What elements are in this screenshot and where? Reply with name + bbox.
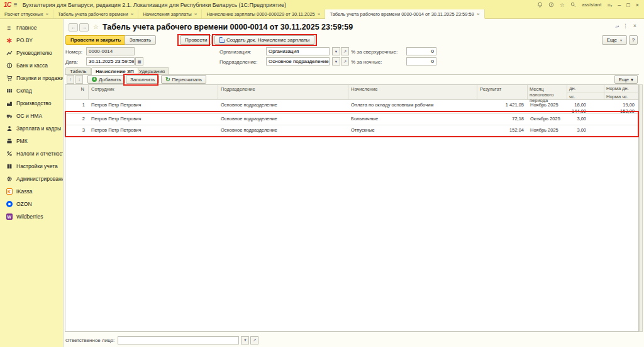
tab-tabel-list[interactable]: Табель учета рабочего времени × [53, 9, 138, 18]
bank-icon [6, 62, 13, 69]
search-icon[interactable] [570, 2, 576, 8]
notifications-bell-icon[interactable] [537, 2, 543, 8]
help-button[interactable]: ? [629, 35, 638, 45]
more-actions-icon[interactable]: ⋮ [623, 23, 628, 29]
table-more-button[interactable]: Еще▾ [614, 75, 638, 84]
date-field[interactable]: 30.11.2025 23:59:59 [86, 57, 135, 65]
restore-button[interactable]: □ [626, 2, 630, 8]
close-tab-icon[interactable]: × [194, 11, 197, 17]
forward-button[interactable]: → [79, 23, 89, 31]
favorites-star-icon[interactable]: ☆ [560, 2, 565, 8]
calendar-icon[interactable]: ▦ [135, 57, 143, 65]
col-hours[interactable]: чс. [567, 93, 604, 100]
close-tab-icon[interactable]: × [45, 11, 48, 17]
move-row-up-button[interactable]: ↑ [67, 75, 74, 84]
col-days[interactable]: дн. [567, 85, 604, 93]
tab-tabel-doc-active[interactable]: Табель учета рабочего времени 0000-0014 … [325, 9, 484, 19]
sidebar-item-pokupki-prodazhi[interactable]: Покупки и продажи [0, 72, 63, 84]
gear-icon [6, 176, 13, 183]
col-n[interactable]: N [65, 85, 89, 100]
sidebar-item-poby[interactable]: ∗ PO.BY [0, 34, 63, 47]
more-button[interactable]: Еще▾ [602, 35, 627, 45]
responsible-field[interactable] [118, 336, 239, 344]
col-department[interactable]: Подразделение [218, 85, 348, 100]
sidebar-item-rukovoditelyu[interactable]: Руководителю [0, 47, 63, 59]
sidebar-item-nalogi[interactable]: Налоги и отчетность [0, 147, 63, 160]
move-row-down-button[interactable]: ↓ [75, 75, 83, 84]
ikassa-logo: K [6, 188, 13, 195]
sidebar-item-os-nma[interactable]: ОС и НМА [0, 110, 63, 122]
col-result[interactable]: Результат [477, 85, 528, 100]
sidebar-item-nastroiki-ucheta[interactable]: Настройки учета [0, 160, 63, 173]
accruals-table: N Сотрудник Подразделение Начисление Рез… [65, 84, 639, 332]
number-field[interactable]: 0000-0014 [86, 47, 135, 55]
form-tab-tabel[interactable]: Табель [65, 67, 91, 74]
table-scrollbar[interactable] [639, 84, 643, 332]
tab-label: Начисление зарплаты 0000-000029 от 30.11… [206, 11, 314, 17]
post-and-close-button[interactable]: Провести и закрыть [65, 35, 126, 45]
current-user-label[interactable]: assistant [582, 2, 602, 8]
close-document-icon[interactable]: × [633, 23, 636, 29]
col-month[interactable]: Месяц налогового периода [528, 85, 567, 100]
close-tab-icon[interactable]: × [477, 11, 480, 17]
organization-field[interactable]: Организация [266, 47, 330, 55]
night-field[interactable]: 0 [406, 57, 436, 65]
col-norm[interactable]: Норма дн. Норма чс. [604, 85, 640, 100]
plus-icon: + [92, 77, 97, 82]
sidebar-item-bank-kassa[interactable]: Банк и касса [0, 59, 63, 72]
form-tab-uderzhaniya[interactable]: Удержания [135, 67, 169, 74]
tab-nachisleniya-list[interactable]: Начисления зарплаты × [138, 9, 202, 18]
chevron-down-icon: ▾ [620, 38, 622, 42]
sidebar-item-proizvodstvo[interactable]: Производство [0, 97, 63, 110]
overtime-field[interactable]: 0 [406, 47, 436, 55]
favorite-star-icon[interactable]: ☆ [93, 23, 99, 30]
sidebar-item-glavnoe[interactable]: ≡ Главное [0, 21, 63, 34]
col-norm-hours[interactable]: Норма чс. [604, 93, 640, 100]
service-menu-icon[interactable]: ≡▾ [608, 2, 613, 8]
back-button[interactable]: ← [69, 23, 78, 31]
sidebar-item-administrirovanie[interactable]: Администрирование [0, 173, 63, 185]
sidebar-item-wildberries[interactable]: W Wildberries [0, 210, 63, 223]
col-accrual[interactable]: Начисление [348, 85, 477, 100]
organization-open-icon[interactable]: ↗ [341, 47, 349, 55]
main-menu-icon[interactable]: ≡ [14, 1, 18, 8]
department-field[interactable]: Основное подразделение [266, 57, 330, 65]
cart-icon [6, 75, 13, 82]
sidebar-item-zarplata-kadry[interactable]: Зарплата и кадры [0, 122, 63, 135]
cell-accrual: Отпускные [348, 127, 477, 133]
close-tab-icon[interactable]: × [131, 11, 134, 17]
sidebar-item-ozon[interactable]: OZON [0, 198, 63, 210]
sidebar-item-rmk[interactable]: РМК [0, 135, 63, 147]
form-tab-nachislenie-zp[interactable]: Начисление ЗП [91, 67, 138, 75]
cell-employee: Петров Петр Петрович [89, 127, 218, 133]
table-row[interactable]: 1 Петров Петр Петрович Основное подразде… [65, 100, 638, 114]
create-doc-button[interactable]: Создать док. Начисление зарплаты [214, 35, 314, 45]
fill-button[interactable]: Заполнить [126, 75, 159, 84]
sidebar-item-sklad[interactable]: Склад [0, 84, 63, 97]
history-icon[interactable] [548, 2, 554, 8]
add-row-button[interactable]: + Добавить [87, 75, 125, 84]
responsible-open-icon[interactable]: ↗ [250, 336, 258, 344]
get-link-icon[interactable] [614, 24, 620, 30]
cell-month: Ноябрь 2025 [528, 102, 567, 108]
col-norm-days[interactable]: Норма дн. [604, 85, 640, 93]
close-tab-icon[interactable]: × [318, 11, 321, 17]
department-open-icon[interactable]: ↗ [341, 57, 349, 65]
col-employee[interactable]: Сотрудник [89, 85, 218, 100]
workspace-tabbar: Расчет отпускных × Табель учета рабочего… [0, 9, 644, 19]
table-row[interactable]: 2 Петров Петр Петрович Основное подразде… [65, 114, 638, 125]
tab-nachislenie-doc[interactable]: Начисление зарплаты 0000-000029 от 30.11… [202, 9, 325, 18]
tab-raschet-otpusknyh[interactable]: Расчет отпускных × [0, 9, 53, 18]
col-days-hours[interactable]: дн. чс. [567, 85, 604, 100]
minimize-button[interactable]: – [618, 2, 621, 8]
save-button[interactable]: Записать [125, 35, 156, 45]
post-button[interactable]: Провести [180, 35, 212, 45]
recalculate-button[interactable]: ↻ Пересчитать [161, 75, 206, 84]
table-row[interactable]: 3 Петров Петр Петрович Основное подразде… [65, 125, 638, 137]
organization-dropdown-icon[interactable]: ▾ [332, 47, 340, 55]
department-dropdown-icon[interactable]: ▾ [332, 57, 340, 65]
close-window-button[interactable]: × [636, 2, 639, 8]
organization-label: Организация: [219, 49, 251, 55]
responsible-dropdown-icon[interactable]: ▾ [241, 336, 249, 344]
sidebar-item-ikassa[interactable]: K iKassa [0, 185, 63, 198]
